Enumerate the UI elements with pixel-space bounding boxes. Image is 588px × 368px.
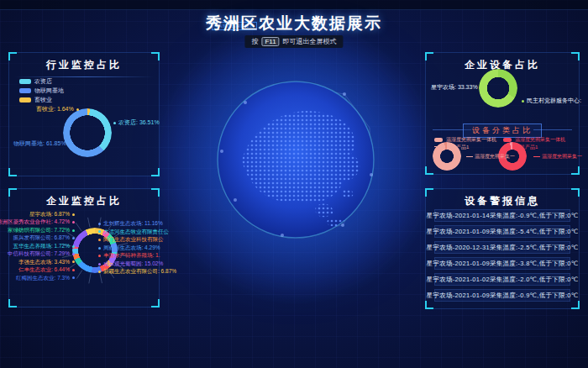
chart-label: 陶门生态农业科技有限公 — [98, 237, 164, 243]
legend-swatch — [19, 79, 31, 84]
device-ratio-panel: 企业设备占比 星宇农场: 33.33% 民主村党群服务中心: 设备分类占比 温湿… — [425, 52, 580, 175]
title-divider — [14, 76, 154, 77]
alarm-list: 星宇农场-2021-01-14采集温度:-0.9℃,低于下限:0℃ 星宇农场-2… — [434, 209, 570, 302]
legend-label: 温湿度光照采集一体机 — [515, 137, 565, 142]
chart-label: 振兴发有限公司: 6.87% — [13, 235, 75, 241]
chart-label: 星宇农场: 33.33% — [431, 84, 483, 90]
chart-label: 家绿纺织有限公司: 7.72% — [8, 228, 75, 234]
legend-item-wulianwang[interactable]: 物联网基地 — [19, 87, 64, 93]
legend-swatch — [503, 138, 512, 142]
chart-label: 星宇农场: 6.87% — [29, 212, 75, 218]
device-donut-chart[interactable] — [479, 69, 517, 108]
chart-label: 丰源水产特种养殖场: 1. — [98, 253, 160, 259]
chart-label: 温湿度光照采集一 — [533, 154, 582, 159]
industry-monitor-panel: 行业监控占比 农资店 物联网基地 畜牧业 畜牧业: 1.64% 农资店: 36.… — [8, 52, 160, 176]
legend-swatch — [19, 88, 31, 93]
chart-label: 大运河生态牧业有限责任公 — [98, 229, 169, 235]
legend-swatch — [19, 97, 31, 103]
industry-legend: 农资店 物联网基地 畜牧业 — [19, 78, 64, 103]
panel-title: 行业监控占比 — [9, 58, 159, 72]
classification-subheader: 设备分类占比 — [463, 124, 542, 138]
chart-label: 仁丰生态农业: 6.44% — [18, 267, 75, 273]
legend-label: 农资店 — [34, 78, 52, 84]
f11-keycap: F11 — [261, 37, 279, 46]
chart-label: 五华生态养殖场: 1.72% — [13, 244, 75, 250]
chart-label: 红梅园生态农业: 7.3% — [16, 276, 75, 281]
chart-label: 民主村党群服务中心: — [522, 97, 581, 103]
hint-suffix: 即可退出全屏模式 — [283, 37, 337, 46]
enterprise-monitor-panel: 企业监控占比 星宇农场: 6.87% 秀洲区菱秀农业合作社: 4.72% 家绿纺… — [8, 188, 160, 308]
legend-swatch — [434, 138, 443, 142]
globe-visualization — [217, 81, 375, 239]
enterprise-right-labels: 北刘辉生态农场: 11.16% 大运河生态牧业有限责任公 陶门生态农业科技有限公… — [98, 221, 162, 275]
subheader-line — [533, 129, 572, 130]
chart-label: 物联网基地: 61.85% — [13, 140, 71, 146]
chart-label: 秀洲区菱秀农业合作社: 4.72% — [0, 219, 75, 225]
legend-label: 物联网基地 — [34, 87, 64, 93]
legend-item-nongzidian[interactable]: 农资店 — [19, 78, 64, 84]
alarm-row: 星宇农场-2020-12-31采集温度:-2.5℃,低于下限:0℃ — [434, 241, 570, 254]
chart-label: 中信科技有限公司: 7.29% — [8, 251, 75, 257]
dashboard-root: TANGSHENT 秀洲区农业大数据展示 按 F11 即可退出全屏模式 行业监控… — [0, 0, 588, 368]
alarm-row: 星宇农场-2021-01-02采集温度:-2.0℃,低于下限:0℃ — [434, 273, 570, 286]
top-decor-strip — [0, 0, 588, 10]
industry-donut-chart[interactable] — [63, 108, 112, 157]
enterprise-left-labels: 星宇农场: 6.87% 秀洲区菱秀农业合作社: 4.72% 家绿纺织有限公司: … — [11, 212, 75, 281]
alarm-row: 星宇农场-2021-01-09采集温度:-5.4℃,低于下限:0℃ — [434, 225, 570, 238]
chart-label: 新颖生态农业有限公司: 6.87% — [98, 269, 176, 275]
chart-label: 周丽丽生态农场: 4.29% — [98, 245, 160, 251]
globe-svg — [217, 81, 375, 239]
chart-label: 温湿度光照采集一 — [466, 154, 515, 159]
chart-label: 成章观光葡萄园: 15.02% — [98, 261, 163, 267]
alarm-row: 星宇农场-2021-01-09采集温度:-3.8℃,低于下限:0℃ — [434, 257, 570, 270]
page-title: 秀洲区农业大数据展示 — [0, 13, 588, 34]
panel-title: 设备警报信息 — [426, 194, 579, 208]
legend-item-xumuye[interactable]: 畜牧业 — [19, 97, 64, 103]
chart-label: 畜牧业: 1.64% — [36, 106, 79, 112]
alarm-row: 星宇农场-2021-01-14采集温度:-0.9℃,低于下限:0℃ — [434, 209, 570, 222]
fullscreen-hint: 按 F11 即可退出全屏模式 — [244, 35, 343, 48]
device-alarm-panel: 设备警报信息 星宇农场-2021-01-14采集温度:-0.9℃,低于下限:0℃… — [425, 188, 580, 309]
chart-label: 北刘辉生态农场: 11.16% — [98, 221, 163, 227]
legend-label: 畜牧业 — [34, 97, 52, 103]
classification-left-donut[interactable] — [433, 142, 461, 171]
hint-prefix: 按 — [251, 37, 258, 46]
chart-label: 李强生态农场: 3.43% — [18, 260, 75, 265]
legend-label: 温湿度光照采集一体机 — [446, 137, 496, 142]
alarm-row: 星宇农场-2021-01-09采集温度:-0.9℃,低于下限:0℃ — [434, 289, 570, 302]
legend-item[interactable]: 温湿度光照采集一体机 — [434, 137, 496, 142]
chart-label: 农资店: 36.51% — [113, 119, 160, 125]
